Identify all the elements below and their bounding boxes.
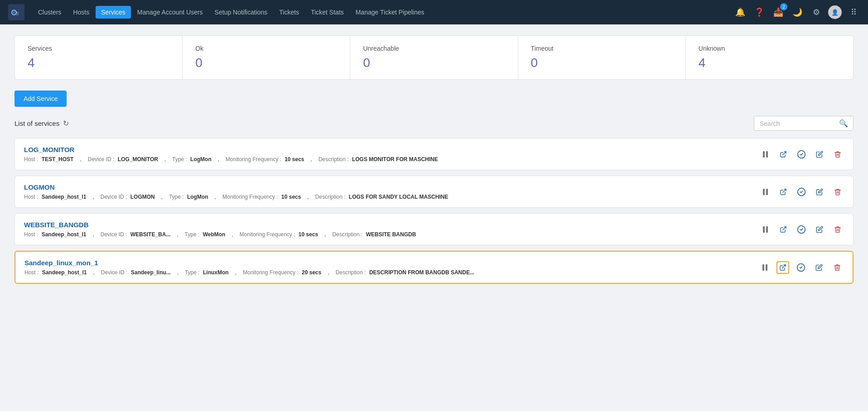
stat-value: 4 bbox=[699, 56, 840, 70]
open-link-button[interactable] bbox=[777, 148, 790, 161]
svg-text:≡: ≡ bbox=[15, 10, 19, 17]
delete-button[interactable] bbox=[831, 186, 844, 198]
search-box: 🔍 bbox=[754, 116, 854, 131]
stat-label: Ok bbox=[195, 45, 337, 52]
refresh-icon[interactable]: ↻ bbox=[63, 119, 69, 128]
open-link-button[interactable] bbox=[776, 261, 789, 274]
search-input[interactable] bbox=[760, 120, 839, 127]
service-name[interactable]: WEBSITE_BANGDB bbox=[24, 221, 759, 229]
pause-button[interactable] bbox=[759, 223, 772, 236]
alerts-icon[interactable]: 📥 2 bbox=[771, 5, 786, 19]
navbar: ⚙ ≡ ClustersHostsServicesManage Account … bbox=[0, 0, 868, 24]
service-list: LOG_MONITOR Host : TEST_HOST , Device ID… bbox=[14, 138, 854, 289]
svg-line-5 bbox=[783, 189, 786, 192]
avatar[interactable]: 👤 bbox=[828, 5, 842, 19]
open-link-button[interactable] bbox=[777, 186, 790, 198]
nav-link-services[interactable]: Services bbox=[96, 6, 131, 19]
stat-card-unknown: Unknown 4 bbox=[686, 36, 853, 79]
delete-button[interactable] bbox=[831, 223, 844, 236]
nav-link-tickets[interactable]: Tickets bbox=[274, 6, 304, 19]
service-card: Sandeep_linux_mon_1 Host : Sandeep_host_… bbox=[14, 251, 854, 284]
list-title-area: List of services ↻ bbox=[14, 119, 69, 128]
check-button[interactable] bbox=[795, 148, 808, 161]
theme-icon[interactable]: 🌙 bbox=[790, 5, 805, 19]
main-content: Services 4 Ok 0 Unreachable 0 Timeout 0 … bbox=[0, 24, 868, 300]
help-icon[interactable]: ❓ bbox=[752, 5, 767, 19]
service-card: WEBSITE_BANGDB Host : Sandeep_host_l1 , … bbox=[14, 213, 854, 245]
nav-link-manage-ticket-pipelines[interactable]: Manage Ticket Pipelines bbox=[350, 6, 430, 19]
edit-button[interactable] bbox=[813, 223, 826, 236]
nav-link-clusters[interactable]: Clusters bbox=[33, 6, 67, 19]
service-actions bbox=[759, 223, 844, 236]
nav-links: ClustersHostsServicesManage Account User… bbox=[33, 6, 430, 19]
service-actions bbox=[758, 261, 844, 274]
service-actions bbox=[759, 186, 844, 198]
notifications-icon[interactable]: 🔔 bbox=[733, 5, 747, 19]
search-icon: 🔍 bbox=[839, 119, 848, 128]
navbar-right: 🔔 ❓ 📥 2 🌙 ⚙ 👤 ⠿ bbox=[733, 5, 861, 19]
delete-button[interactable] bbox=[831, 261, 844, 274]
edit-button[interactable] bbox=[813, 148, 826, 161]
stat-card-unreachable: Unreachable 0 bbox=[350, 36, 518, 79]
delete-button[interactable] bbox=[831, 148, 844, 161]
nav-link-hosts[interactable]: Hosts bbox=[68, 6, 95, 19]
service-info: Sandeep_linux_mon_1 Host : Sandeep_host_… bbox=[24, 259, 758, 276]
add-service-button[interactable]: Add Service bbox=[14, 91, 67, 107]
service-info: LOGMON Host : Sandeep_host_l1 , Device I… bbox=[24, 183, 759, 200]
stat-label: Services bbox=[28, 45, 169, 52]
service-actions bbox=[759, 148, 844, 161]
svg-line-9 bbox=[782, 265, 786, 268]
check-button[interactable] bbox=[795, 223, 808, 236]
stat-label: Unreachable bbox=[363, 45, 505, 52]
service-name[interactable]: LOGMON bbox=[24, 183, 759, 191]
edit-button[interactable] bbox=[813, 261, 825, 274]
service-name[interactable]: LOG_MONITOR bbox=[24, 146, 759, 153]
service-meta: Host : Sandeep_host_l1 , Device ID : San… bbox=[24, 269, 758, 276]
service-info: WEBSITE_BANGDB Host : Sandeep_host_l1 , … bbox=[24, 221, 759, 238]
open-link-button[interactable] bbox=[777, 223, 790, 236]
nav-link-setup-notifications[interactable]: Setup Notifications bbox=[209, 6, 273, 19]
pause-button[interactable] bbox=[759, 148, 772, 161]
stat-label: Unknown bbox=[699, 45, 840, 52]
service-info: LOG_MONITOR Host : TEST_HOST , Device ID… bbox=[24, 146, 759, 162]
stat-value: 0 bbox=[531, 56, 673, 70]
service-meta: Host : Sandeep_host_l1 , Device ID : LOG… bbox=[24, 194, 759, 200]
nav-link-manage-account-users[interactable]: Manage Account Users bbox=[132, 6, 208, 19]
stat-card-services: Services 4 bbox=[15, 36, 183, 79]
stat-card-ok: Ok 0 bbox=[183, 36, 350, 79]
service-meta: Host : TEST_HOST , Device ID : LOG_MONIT… bbox=[24, 156, 759, 162]
list-title: List of services bbox=[14, 119, 59, 127]
grid-icon[interactable]: ⠿ bbox=[846, 5, 861, 19]
edit-button[interactable] bbox=[813, 186, 826, 198]
pause-button[interactable] bbox=[759, 186, 772, 198]
check-button[interactable] bbox=[795, 186, 808, 198]
check-button[interactable] bbox=[795, 261, 807, 274]
stat-value: 4 bbox=[28, 56, 169, 70]
stat-label: Timeout bbox=[531, 45, 673, 52]
service-meta: Host : Sandeep_host_l1 , Device ID : WEB… bbox=[24, 231, 759, 238]
stat-card-timeout: Timeout 0 bbox=[518, 36, 686, 79]
alert-badge: 2 bbox=[780, 3, 787, 10]
nav-link-ticket-stats[interactable]: Ticket Stats bbox=[305, 6, 349, 19]
service-name[interactable]: Sandeep_linux_mon_1 bbox=[24, 259, 758, 267]
stats-bar: Services 4 Ok 0 Unreachable 0 Timeout 0 … bbox=[14, 35, 854, 80]
svg-line-3 bbox=[783, 152, 786, 155]
stat-value: 0 bbox=[363, 56, 505, 70]
pause-button[interactable] bbox=[758, 261, 771, 274]
service-card: LOG_MONITOR Host : TEST_HOST , Device ID… bbox=[14, 138, 854, 170]
list-header: List of services ↻ 🔍 bbox=[14, 116, 854, 131]
settings-icon[interactable]: ⚙ bbox=[809, 5, 824, 19]
logo: ⚙ ≡ bbox=[7, 3, 25, 21]
service-card: LOGMON Host : Sandeep_host_l1 , Device I… bbox=[14, 176, 854, 208]
svg-line-7 bbox=[783, 227, 786, 230]
stat-value: 0 bbox=[195, 56, 337, 70]
